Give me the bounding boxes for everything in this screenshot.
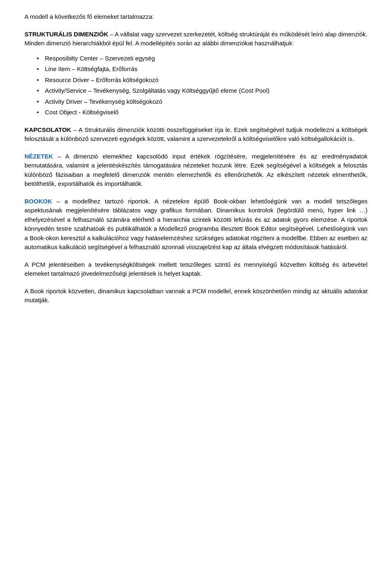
views-label: NÉZETEK bbox=[24, 153, 53, 160]
structural-dimensions-label: STRUKTURÁLIS DIMENZIÓK bbox=[24, 31, 108, 38]
bullet-item-1: Resposibilty Center – Szervezeti egység bbox=[45, 55, 155, 62]
books-section: BOOKOK – a modellhez tartozó riportok. A… bbox=[24, 197, 368, 252]
list-item: Activity Driver – Tevékenység költségoko… bbox=[37, 97, 368, 107]
pcm-paragraph-1: A PCM jelentéseiben a tevékenységköltség… bbox=[24, 260, 368, 279]
bullet-item-3: Resource Driver – Erőforrás költségokozó bbox=[45, 76, 158, 83]
intro-section: A modell a következős fő elemeket tartal… bbox=[24, 12, 368, 22]
views-section: NÉZETEK – A dimenzió elemekhez kapcsolód… bbox=[24, 152, 368, 189]
pcm-paragraph-2: A Book riportok közvetlen, dinamikus kap… bbox=[24, 287, 368, 305]
list-item: Resposibilty Center – Szervezeti egység bbox=[37, 54, 368, 63]
structural-dimensions-section: STRUKTURÁLIS DIMENZIÓK – A vállalat vagy… bbox=[24, 30, 368, 117]
bullet-item-2: Line Item – Költségfajta, Erőforrás bbox=[45, 65, 138, 72]
list-item: Resource Driver – Erőforrás költségokozó bbox=[37, 76, 368, 85]
views-paragraph: NÉZETEK – A dimenzió elemekhez kapcsolód… bbox=[24, 152, 368, 189]
structural-dimensions-paragraph: STRUKTURÁLIS DIMENZIÓK – A vállalat vagy… bbox=[24, 30, 368, 48]
books-paragraph: BOOKOK – a modellhez tartozó riportok. A… bbox=[24, 197, 368, 252]
intro-paragraph: A modell a következős fő elemeket tartal… bbox=[24, 12, 368, 22]
pcm-section-1: A PCM jelentéseiben a tevékenységköltség… bbox=[24, 260, 368, 279]
views-text: – A dimenzió elemekhez kapcsolódó input … bbox=[24, 153, 368, 187]
bullet-item-4: Activity/Service – Tevékenység, Szolgált… bbox=[45, 87, 270, 94]
dimensions-bullet-list: Resposibilty Center – Szervezeti egység … bbox=[37, 54, 368, 117]
connections-label: KAPCSOLATOK bbox=[24, 126, 71, 133]
connections-text: – A Strukturális dimenziók közötti össze… bbox=[24, 126, 368, 143]
list-item: Line Item – Költségfajta, Erőforrás bbox=[37, 65, 368, 74]
connections-section: KAPCSOLATOK – A Strukturális dimenziók k… bbox=[24, 125, 368, 144]
pcm-section-2: A Book riportok közvetlen, dinamikus kap… bbox=[24, 287, 368, 305]
books-label: BOOKOK bbox=[24, 198, 52, 205]
list-item: Cost Object - Költségviselő bbox=[37, 108, 368, 117]
main-content: A modell a következős fő elemeket tartal… bbox=[24, 12, 368, 305]
bullet-item-6: Cost Object - Költségviselő bbox=[45, 109, 118, 116]
books-text-1: – a modellhez tartozó riportok. A nézete… bbox=[24, 198, 368, 251]
intro-text: A modell a következős fő elemeket tartal… bbox=[24, 13, 154, 20]
bullet-item-5: Activity Driver – Tevékenység költségoko… bbox=[45, 98, 162, 105]
list-item: Activity/Service – Tevékenység, Szolgált… bbox=[37, 86, 368, 96]
connections-paragraph: KAPCSOLATOK – A Strukturális dimenziók k… bbox=[24, 125, 368, 144]
